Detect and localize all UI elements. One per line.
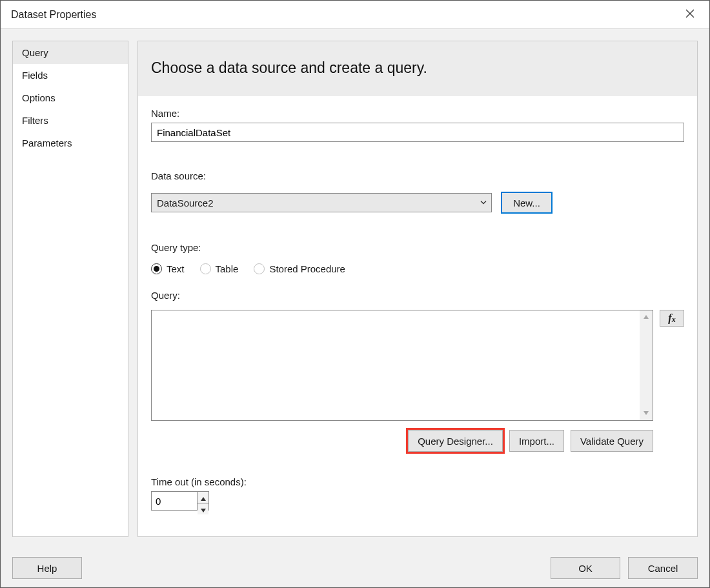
sidebar: Query Fields Options Filters Parameters [12,41,128,537]
scroll-up-icon [642,312,650,323]
validate-query-button[interactable]: Validate Query [571,430,653,452]
data-source-value: DataSource2 [157,198,214,208]
caret-up-icon [201,492,206,503]
query-designer-button[interactable]: Query Designer... [408,430,503,452]
page-heading: Choose a data source and create a query. [151,59,684,77]
help-button[interactable]: Help [12,557,82,579]
sidebar-item-query[interactable]: Query [13,41,128,64]
sidebar-item-label: Fields [22,70,48,81]
import-button[interactable]: Import... [509,430,564,452]
spin-down-button[interactable] [198,503,208,514]
name-input[interactable] [151,123,684,142]
svg-marker-3 [644,411,649,415]
dataset-properties-dialog: Dataset Properties Query Fields Options … [0,0,710,588]
chevron-down-icon [480,198,487,208]
data-source-label: Data source: [151,170,684,181]
sidebar-item-filters[interactable]: Filters [13,109,128,132]
svg-marker-2 [644,315,649,319]
close-button[interactable] [677,2,703,28]
caret-down-icon [201,503,206,514]
main-panel: Choose a data source and create a query.… [137,41,698,537]
window-title: Dataset Properties [11,9,677,21]
sidebar-item-fields[interactable]: Fields [13,64,128,86]
radio-label: Table [216,263,239,274]
dialog-body: Query Fields Options Filters Parameters … [1,29,709,549]
radio-icon [200,263,211,274]
sidebar-item-label: Parameters [22,137,72,148]
sidebar-item-label: Query [22,47,48,58]
main-header: Choose a data source and create a query. [138,41,697,96]
scrollbar[interactable] [640,310,653,420]
cancel-button[interactable]: Cancel [628,557,698,579]
timeout-label: Time out (in seconds): [151,476,684,487]
titlebar: Dataset Properties [1,1,709,29]
main-body: Name: Data source: DataSource2 New... [138,96,697,536]
query-type-radio-group: Text Table Stored Procedure [151,263,684,274]
sidebar-item-label: Options [22,92,56,103]
radio-icon [254,263,265,274]
data-source-combo[interactable]: DataSource2 [151,193,492,212]
svg-marker-5 [201,509,206,512]
query-textarea[interactable] [151,310,653,421]
name-label: Name: [151,108,684,119]
sidebar-item-label: Filters [22,115,48,126]
radio-label: Stored Procedure [269,263,345,274]
sidebar-item-options[interactable]: Options [13,86,128,109]
spin-up-button[interactable] [198,492,208,503]
timeout-spinner[interactable] [151,491,209,511]
query-type-label: Query type: [151,242,684,253]
timeout-input[interactable] [152,492,197,510]
ok-button[interactable]: OK [551,557,620,579]
scroll-down-icon [642,408,650,419]
sidebar-item-parameters[interactable]: Parameters [13,132,128,154]
dialog-footer: Help OK Cancel [1,549,709,587]
query-label: Query: [151,290,684,301]
radio-table[interactable]: Table [200,263,239,274]
radio-icon [151,263,162,274]
svg-marker-4 [201,497,206,501]
radio-label: Text [167,263,185,274]
radio-stored-procedure[interactable]: Stored Procedure [254,263,345,274]
expression-button[interactable]: fx [660,310,684,327]
radio-text[interactable]: Text [151,263,185,274]
new-data-source-button[interactable]: New... [501,192,553,214]
close-icon [685,9,695,20]
